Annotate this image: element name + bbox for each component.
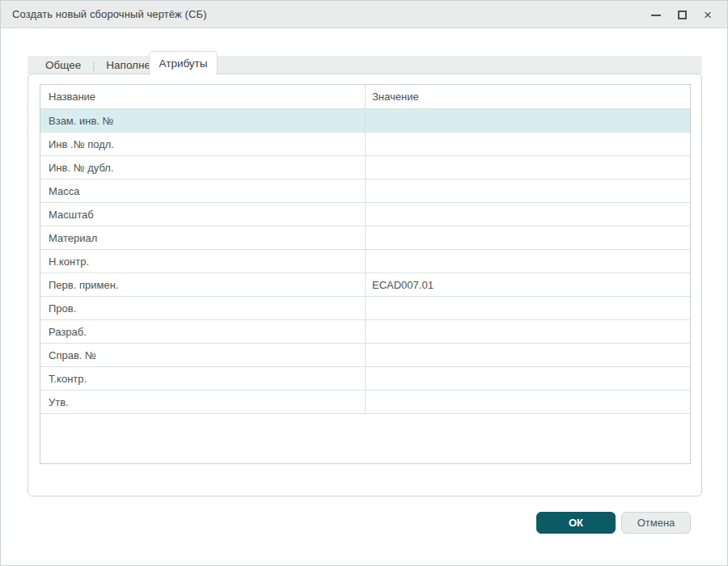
minimize-button[interactable]: [643, 1, 669, 28]
attributes-table: Название Значение Взам. инв. №Инв .№ под…: [40, 84, 691, 464]
attribute-value-cell[interactable]: [366, 367, 690, 390]
attribute-name-cell[interactable]: Перв. примен.: [40, 273, 366, 296]
table-body: Взам. инв. №Инв .№ подл.Инв. № дубл.Масс…: [40, 108, 690, 413]
titlebar: Создать новый сборочный чертёж (СБ) ×: [1, 1, 727, 28]
attribute-value-cell[interactable]: [366, 344, 690, 366]
attribute-name-cell[interactable]: Масса: [40, 180, 366, 202]
table-row[interactable]: Пров.: [40, 296, 690, 319]
attribute-value-cell[interactable]: [366, 109, 690, 132]
attribute-value-cell[interactable]: ECAD007.01: [366, 273, 690, 296]
window-controls: ×: [643, 1, 721, 28]
table-row[interactable]: Инв .№ подл.: [40, 132, 690, 155]
dialog-title: Создать новый сборочный чертёж (СБ): [1, 8, 207, 20]
table-row[interactable]: Утв.: [40, 390, 690, 413]
attribute-value-cell[interactable]: [366, 203, 690, 226]
table-header-row: Название Значение: [40, 85, 690, 108]
attribute-name-cell[interactable]: Взам. инв. №: [40, 109, 366, 132]
tab-obshchee[interactable]: Общее: [28, 56, 92, 74]
attribute-value-cell[interactable]: [366, 156, 690, 179]
attribute-value-cell[interactable]: [366, 180, 690, 202]
maximize-icon: [678, 11, 687, 19]
table-row[interactable]: Взам. инв. №: [40, 108, 690, 132]
ok-button[interactable]: ОК: [536, 512, 616, 534]
cancel-button[interactable]: Отмена: [621, 512, 691, 534]
attribute-name-cell[interactable]: Пров.: [40, 297, 366, 319]
table-row[interactable]: Н.контр.: [40, 249, 690, 272]
attribute-name-cell[interactable]: Масштаб: [40, 203, 366, 226]
attribute-value-cell[interactable]: [366, 391, 690, 413]
attribute-name-cell[interactable]: Н.контр.: [40, 250, 366, 272]
maximize-button[interactable]: [669, 1, 695, 28]
minimize-icon: [651, 15, 661, 16]
close-icon: ×: [704, 8, 712, 22]
table-row[interactable]: Перв. примен.ECAD007.01: [40, 272, 690, 296]
table-row[interactable]: Материал: [40, 226, 690, 249]
attribute-value-cell[interactable]: [366, 297, 690, 319]
close-button[interactable]: ×: [695, 1, 721, 28]
tab-bar: Общее | Наполнение: [28, 56, 702, 74]
tab-atributy[interactable]: Атрибуты: [149, 51, 218, 75]
table-row[interactable]: Инв. № дубл.: [40, 155, 690, 179]
dialog-window: Создать новый сборочный чертёж (СБ) × Об…: [0, 0, 728, 566]
table-row[interactable]: Масса: [40, 179, 690, 202]
column-header-name: Название: [40, 85, 366, 108]
attribute-value-cell[interactable]: [366, 133, 690, 155]
attribute-name-cell[interactable]: Справ. №: [40, 344, 366, 366]
attribute-name-cell[interactable]: Инв. № дубл.: [40, 156, 366, 179]
table-row[interactable]: Разраб.: [40, 319, 690, 343]
table-row[interactable]: Т.контр.: [40, 366, 690, 390]
table-empty-area: [40, 413, 690, 463]
table-row[interactable]: Масштаб: [40, 202, 690, 226]
attribute-name-cell[interactable]: Т.контр.: [40, 367, 366, 390]
attribute-name-cell[interactable]: Утв.: [40, 391, 366, 413]
attribute-value-cell[interactable]: [366, 250, 690, 272]
column-header-value: Значение: [366, 85, 690, 108]
attribute-value-cell[interactable]: [366, 320, 690, 343]
table-row[interactable]: Справ. №: [40, 343, 690, 366]
attribute-name-cell[interactable]: Разраб.: [40, 320, 366, 343]
attribute-name-cell[interactable]: Инв .№ подл.: [40, 133, 366, 155]
attribute-value-cell[interactable]: [366, 226, 690, 249]
attribute-name-cell[interactable]: Материал: [40, 226, 366, 249]
